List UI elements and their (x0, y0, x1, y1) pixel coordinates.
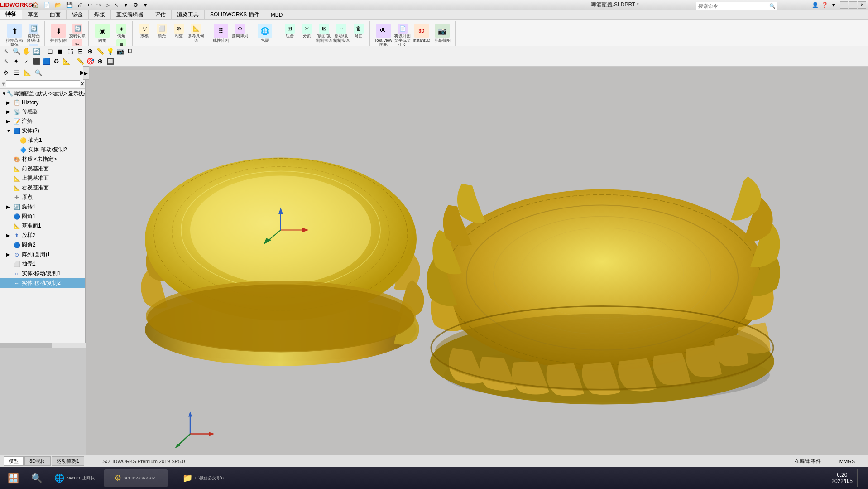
status-tab-motion[interactable]: 运动算例1 (52, 456, 84, 466)
panel-icon-config[interactable]: 📐 (23, 68, 33, 77)
linear-pattern-button[interactable]: ⠿ 线性阵列 (211, 24, 231, 43)
realview-button[interactable]: 👁 RealView图形 (374, 24, 393, 48)
cut-extrude-button[interactable]: ⬇ 拉伸切除 (48, 24, 68, 43)
tool-zoom-icon[interactable]: 🔍 (12, 47, 21, 56)
restore-button[interactable]: □ (849, 1, 857, 9)
tree-shell-feat[interactable]: ⬜ 抽壳1 (0, 259, 85, 269)
taskbar-app-1[interactable]: 🌐 hao123_上网从... (49, 469, 103, 487)
start-button[interactable]: 🪟 (2, 469, 24, 487)
cut-revolve-button[interactable]: 🔄 旋转切除 (69, 24, 86, 39)
reference-geom-button[interactable]: 📐 参考几何体 (188, 24, 204, 43)
tool2-measure-icon[interactable]: 📏 (76, 57, 85, 66)
toolbar-print-icon[interactable]: 🖨 (76, 2, 84, 8)
user-icon[interactable]: 👤 (812, 2, 819, 8)
tab-weldment[interactable]: 焊接 (89, 10, 111, 19)
tree-fillet2[interactable]: 🔵 圆角2 (0, 240, 85, 250)
command-search-input[interactable] (696, 3, 768, 9)
tree-origin[interactable]: ✚ 原点 (0, 193, 85, 202)
panel-collapse-arrow[interactable]: ▶ (83, 66, 89, 80)
tool-pan-icon[interactable]: ✋ (22, 47, 31, 56)
tool2-select-icon[interactable]: ↖ (2, 57, 11, 66)
move-copy-button[interactable]: ↔ 移动/复制制实体 (333, 24, 350, 43)
tool2-loop-icon[interactable]: ♻ (52, 57, 61, 66)
panel-close-filter-icon[interactable]: ✕ (80, 81, 84, 87)
tool2-body-icon[interactable]: 🟦 (42, 57, 51, 66)
tree-movecopy2-feat[interactable]: ↔ 实体-移动/复制2 (0, 278, 85, 288)
tab-evaluate[interactable]: 评估 (149, 10, 172, 19)
tree-movecopy1[interactable]: ↔ 实体-移动/复制1 (0, 269, 85, 278)
tool2-feature-icon[interactable]: 📐 (62, 57, 71, 66)
instant3d-button[interactable]: 3D Instant3D (412, 24, 432, 43)
search-taskbar-button[interactable]: 🔍 (25, 469, 48, 487)
shell-button[interactable]: ⬜ 抽壳 (153, 24, 170, 39)
toolbar-run-icon[interactable]: ▷ (104, 2, 111, 8)
tree-fillet1[interactable]: 🔵 圆角1 (0, 212, 85, 221)
toolbar-select-icon[interactable]: ↖ (113, 2, 120, 8)
tab-sw-plugins[interactable]: SOLIDWORKS 插件 (205, 10, 265, 19)
options-icon[interactable]: ▼ (831, 2, 836, 8)
tree-solid-bodies[interactable]: ▼ 🟦 实体(2) (0, 126, 85, 136)
taskbar-app-3[interactable]: 📁 H:\微信公众号\0... (168, 469, 241, 487)
tool-view3-icon[interactable]: ⬚ (66, 47, 75, 56)
tool2-snap-icon[interactable]: ⊕ (96, 57, 105, 66)
tab-surface[interactable]: 曲面 (44, 10, 67, 19)
intersect-button[interactable]: ⊕ 相交 (171, 24, 187, 39)
wrap-button[interactable]: 🌐 包覆 (255, 24, 275, 43)
tree-pattern1[interactable]: ▶ ⊙ 阵列(圆周)1 (0, 250, 85, 259)
tree-refplane1[interactable]: 📐 基准面1 (0, 221, 85, 231)
left-panel-scrollbar[interactable] (0, 343, 86, 348)
panel-icon-property[interactable]: ☰ (12, 68, 22, 77)
tree-right-plane[interactable]: 📐 右视基准面 (0, 183, 85, 193)
tree-top-plane[interactable]: 📐 上视基准面 (0, 174, 85, 183)
delete-body-button[interactable]: 🗑 弯曲 (350, 24, 367, 39)
tool2-face-icon[interactable]: ⬛ (32, 57, 41, 66)
tab-sketch[interactable]: 草图 (22, 10, 44, 19)
design-to-doc-button[interactable]: 📄 将设计图文字成文中文 (394, 24, 411, 48)
tab-sheetmetal[interactable]: 钣金 (67, 10, 89, 19)
tab-direct-edit[interactable]: 直接编辑器 (111, 10, 149, 19)
circular-pattern-button[interactable]: ⊙ 圆周阵列 (232, 24, 248, 39)
tool2-edge-icon[interactable]: ⟋ (22, 57, 31, 66)
tree-material[interactable]: 🎨 材质 <未指定> (0, 155, 85, 164)
screenshot-button[interactable]: 📷 屏幕截图 (432, 24, 452, 43)
tool-view4-icon[interactable]: ⊟ (76, 47, 85, 56)
tree-shell1-body[interactable]: 🟡 抽壳1 (0, 136, 85, 145)
tool2-vertex-icon[interactable]: ✦ (12, 57, 21, 66)
indent-button[interactable]: ⊠ 割面/复制制实体 (316, 24, 332, 43)
tree-revolve1[interactable]: ▶ 🔄 旋转1 (0, 202, 85, 212)
close-button[interactable]: ✕ (858, 1, 866, 9)
chamfer-button[interactable]: ◈ 倒角 (113, 24, 129, 39)
revolve-button[interactable]: 🔄 旋转凸台/基体 (25, 24, 42, 43)
command-search-bar[interactable]: 🔍 (696, 2, 777, 10)
draft-button[interactable]: ▽ 拔模 (136, 24, 153, 39)
panel-icon-inspect[interactable]: 🔍 (34, 68, 43, 77)
panel-filter-input[interactable] (6, 80, 80, 87)
tool-view2-icon[interactable]: ◼ (56, 47, 65, 56)
tree-movecopy2-body[interactable]: 🔷 实体-移动/复制2 (0, 145, 85, 155)
taskbar-app-2[interactable]: ⚙ SOLIDWORKS P... (104, 469, 168, 487)
tree-sensors[interactable]: ▶ 📡 传感器 (0, 107, 85, 116)
tool-display-icon[interactable]: 🖥 (125, 47, 134, 56)
tree-root[interactable]: ▼ 🔧 啤酒瓶盖 (默认 <<默认> 显示状态 1>) (0, 89, 85, 98)
toolbar-more-icon[interactable]: ▼ (122, 2, 130, 8)
split-button[interactable]: ✂ 分割 (299, 24, 315, 39)
toolbar-save-icon[interactable]: 💾 (65, 2, 74, 8)
boss-extrude-button[interactable]: ⬆ 拉伸凸台/基体 (5, 24, 24, 48)
tool-light-icon[interactable]: 💡 (106, 47, 115, 56)
tool2-ref-icon[interactable]: 🎯 (86, 57, 95, 66)
toolbar-redo-icon[interactable]: ↪ (95, 2, 102, 8)
show-desktop-button[interactable] (857, 469, 866, 487)
help-icon[interactable]: ❓ (821, 2, 828, 8)
tab-mbd[interactable]: MBD (265, 10, 289, 19)
combine-button[interactable]: ⊞ 组合 (282, 24, 298, 39)
toolbar-new-icon[interactable]: 📄 (42, 2, 52, 8)
status-tab-3dview[interactable]: 3D视图 (24, 456, 51, 466)
tool-select-icon[interactable]: ↖ (2, 47, 11, 56)
tool2-display-state-icon[interactable]: 🔲 (106, 57, 115, 66)
panel-icon-feature[interactable]: ⚙ (1, 68, 11, 77)
minimize-button[interactable]: ─ (840, 1, 848, 9)
fillet-button[interactable]: ◉ 圆角 (92, 24, 112, 43)
toolbar-settings-icon[interactable]: ⚙ (132, 2, 139, 8)
status-tab-model[interactable]: 模型 (4, 456, 24, 466)
tool-camera-icon[interactable]: 📷 (115, 47, 125, 56)
